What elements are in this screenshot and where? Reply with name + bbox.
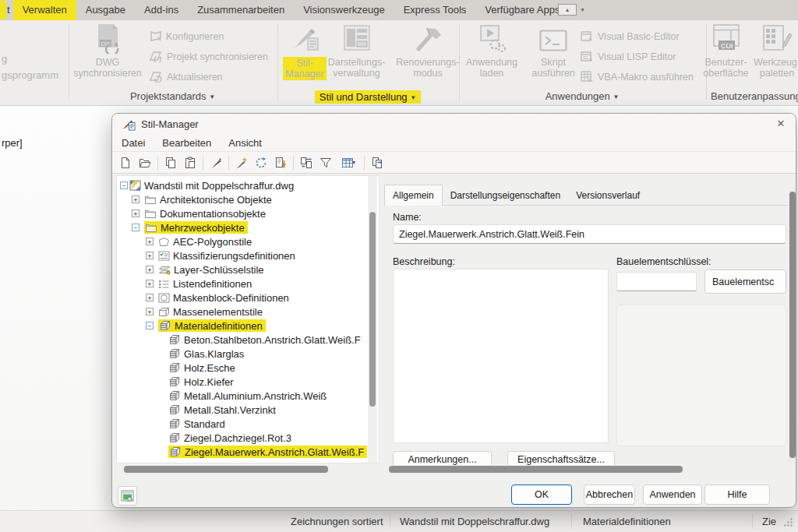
tree-horizontal-scrollbar[interactable] <box>116 465 380 474</box>
tree-expander[interactable]: − <box>146 322 154 329</box>
ribbon-tab-verfuegbare-apps[interactable]: Verfügbare Apps <box>475 0 569 20</box>
purge-button[interactable] <box>272 155 289 171</box>
floating-viewer-button[interactable] <box>118 486 137 506</box>
bauelementschluessel-input[interactable] <box>616 272 697 291</box>
style-tree[interactable]: − Wandstil mit Doppelschraffur.dwg + Arc… <box>116 175 380 463</box>
benutzeroberflaeche-button[interactable]: CUI Benutzer-oberfläche <box>700 23 752 79</box>
vba-makro-ausfuehren-button[interactable]: VBA-Makro ausführen <box>581 70 694 83</box>
new-drawing-button[interactable] <box>117 155 134 171</box>
hilfe-button[interactable]: Hilfe <box>704 484 770 505</box>
send-styles-button[interactable] <box>369 155 386 171</box>
resize-grip[interactable] <box>782 517 793 530</box>
ribbon-minimize-control[interactable]: ▲ ▼ <box>558 4 585 16</box>
panel-vertical-scrollbar[interactable] <box>788 188 796 463</box>
name-input[interactable] <box>393 224 786 244</box>
skript-ausfuehren-button[interactable]: Skriptausführen <box>524 23 583 79</box>
ribbon-tab-addins[interactable]: Add-ins <box>135 0 188 20</box>
tree-item-material[interactable]: Metall.Aluminium.Anstrich.Weiß <box>117 389 379 403</box>
tree-item-aec-polygonstile[interactable]: + AEC-Polygonstile <box>117 234 379 248</box>
tree-item-dokumentationsobjekte[interactable]: + Dokumentationsobjekte <box>117 206 379 220</box>
synchronize-button[interactable] <box>298 155 315 171</box>
tree-item-material[interactable]: Holz.Esche <box>117 361 379 375</box>
refresh-button[interactable] <box>252 155 270 171</box>
tree-item-materialdefinitionen[interactable]: − Materialdefinitionen <box>117 319 379 333</box>
dialog-titlebar[interactable]: Stil-Manager ✕ <box>112 114 796 135</box>
renovierungsmodus-label-line1: Renovierungs- <box>396 57 459 68</box>
tree-expander[interactable]: + <box>146 266 154 273</box>
bauelementschluessel-button[interactable]: Bauelementsc <box>704 270 786 294</box>
aktualisieren-button[interactable]: Aktualisieren <box>150 70 223 83</box>
renovierungsmodus-button[interactable]: Renovierungs-modus <box>394 23 462 79</box>
panel-horizontal-scrollbar[interactable] <box>384 465 788 474</box>
tree-item-material[interactable]: Metall.Stahl.Verzinkt <box>117 403 379 417</box>
tree-expander[interactable]: + <box>146 252 154 259</box>
panel-vscroll-thumb[interactable] <box>789 192 796 458</box>
view-mode-button[interactable]: ▾ <box>337 155 360 171</box>
copy-button[interactable] <box>162 155 179 171</box>
tree-vscroll-thumb[interactable] <box>369 212 376 407</box>
ribbon-tab-partial[interactable]: t <box>6 0 13 20</box>
tree-item-massenelementstile[interactable]: + Massenelementstile <box>117 305 379 319</box>
ribbon-tab-visionswerkzeuge[interactable]: Visionswerkzeuge <box>294 0 394 20</box>
visual-lisp-editor-button[interactable]: Visual LISP Editor <box>581 50 676 63</box>
projektstandards-panel-label[interactable]: Projektstandards ▼ <box>69 90 277 104</box>
tree-expander[interactable]: − <box>132 224 139 231</box>
tree-expander[interactable]: + <box>132 210 139 217</box>
dwg-synchronisieren-button[interactable]: DW DWGsynchronisieren <box>62 23 153 79</box>
tree-item-klassifizierungsdefinitionen[interactable]: + Klassifizierungsdefinitionen <box>117 248 379 262</box>
werkzeugpaletten-button[interactable]: Werkzeug-paletten <box>750 23 798 79</box>
anwenden-button[interactable]: Anwenden <box>643 484 702 505</box>
tree-expander[interactable]: + <box>146 294 154 301</box>
visual-basic-editor-button[interactable]: Visual Basic-Editor <box>581 30 680 43</box>
menu-bearbeiten[interactable]: Bearbeiten <box>154 137 220 149</box>
stil-manager-label-line1: Stil- <box>285 58 323 69</box>
benutzeranpassung-panel-label[interactable]: Benutzeranpassung <box>711 90 798 104</box>
tree-item-material[interactable]: Holz.Kiefer <box>117 375 379 389</box>
ribbon-tab-zusammenarbeiten[interactable]: Zusammenarbeiten <box>188 0 294 20</box>
ribbon-tab-express-tools[interactable]: Express Tools <box>394 0 476 20</box>
ribbon-collapse-icon[interactable]: ▲ <box>558 4 577 16</box>
ribbon-tab-verwalten[interactable]: Verwalten <box>13 0 76 20</box>
tree-item-material[interactable]: Standard <box>117 417 379 431</box>
stil-und-darstellung-panel-label[interactable]: Stil und Darstellung ▼ <box>277 90 458 104</box>
menu-ansicht[interactable]: Ansicht <box>220 137 270 149</box>
tree-item-material-selected[interactable]: Ziegel.Mauerwerk.Anstrich.Glatt.Weiß.F <box>117 445 379 459</box>
tree-expander[interactable]: + <box>132 196 139 203</box>
menu-datei[interactable]: Datei <box>122 137 154 149</box>
tree-item-material[interactable]: Ziegel.Dachziegel.Rot.3 <box>117 431 379 445</box>
tree-item-layer-schluesselstile[interactable]: + Layer-Schlüsselstile <box>117 262 379 277</box>
close-icon[interactable]: ✕ <box>772 116 789 132</box>
tree-expander[interactable]: − <box>120 181 128 189</box>
anwendungen-panel-label[interactable]: Anwendungen ▼ <box>459 90 705 104</box>
new-style-button[interactable] <box>233 155 250 171</box>
open-drawing-button[interactable] <box>136 155 154 171</box>
tree-vertical-scrollbar[interactable] <box>368 176 377 463</box>
konfigurieren-button[interactable]: Konfigurieren <box>150 30 224 43</box>
darstellungsverwaltung-button[interactable]: Darstellungs-verwaltung <box>323 23 390 79</box>
edit-style-button[interactable] <box>207 155 224 171</box>
tab-allgemein[interactable]: Allgemein <box>384 185 443 206</box>
tree-item-mehrzweckobjekte[interactable]: − Mehrzweckobjekte <box>117 220 379 234</box>
ribbon-tab-ausgabe[interactable]: Ausgabe <box>76 0 135 20</box>
tab-versionsverlauf[interactable]: Versionsverlauf <box>568 187 648 206</box>
tab-darstellungseigenschaften[interactable]: Darstellungseigenschaften <box>443 187 568 206</box>
tree-item-material[interactable]: Glas.Klarglas <box>117 347 379 361</box>
abbrechen-button[interactable]: Abbrechen <box>584 484 635 505</box>
tree-item-architektonische[interactable]: + Architektonische Objekte <box>117 192 379 206</box>
projekt-synchronisieren-button[interactable]: Projekt synchronisieren <box>150 50 268 63</box>
tree-item-listendefinitionen[interactable]: + Listendefinitionen <box>117 277 379 291</box>
tree-expander[interactable]: + <box>146 238 154 245</box>
paste-button[interactable] <box>182 155 199 171</box>
tree-expander[interactable]: + <box>146 308 154 315</box>
tree-item-drawing[interactable]: − Wandstil mit Doppelschraffur.dwg <box>117 178 379 192</box>
tree-hscroll-thumb[interactable] <box>124 466 328 473</box>
beschreibung-textarea[interactable] <box>393 269 609 443</box>
ribbon-collapse-caret-icon[interactable]: ▼ <box>580 7 585 12</box>
tree-item-maskenblock-definitionen[interactable]: + Maskenblock-Definitionen <box>117 291 379 305</box>
filter-button[interactable] <box>317 155 334 171</box>
ok-button[interactable]: OK <box>511 484 572 505</box>
tree-expander[interactable]: + <box>146 280 154 287</box>
panel-hscroll-thumb[interactable] <box>389 466 683 473</box>
tree-item-material[interactable]: Beton.Stahlbeton.Anstrich.Glatt.Weiß.F <box>117 333 379 347</box>
anwendung-laden-button[interactable]: Anwendungladen <box>464 23 520 79</box>
